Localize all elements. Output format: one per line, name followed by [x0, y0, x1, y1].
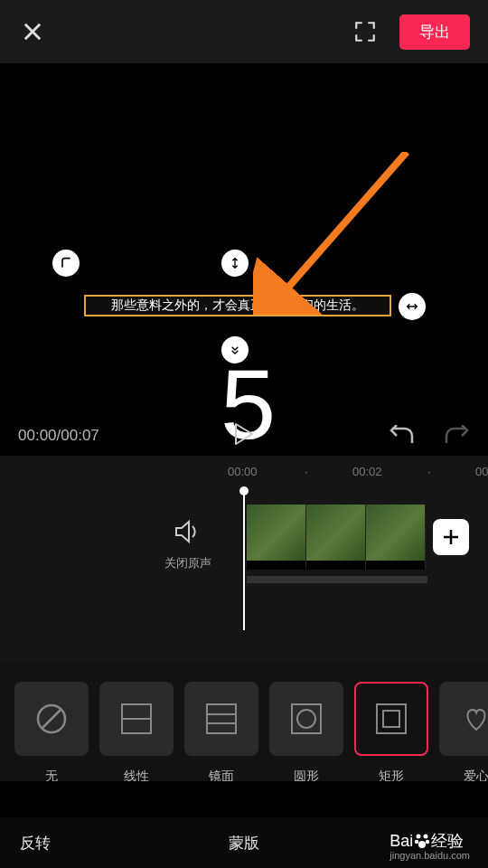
close-button[interactable] — [18, 17, 47, 46]
mask-label: 圆形 — [294, 769, 319, 781]
redo-button[interactable] — [443, 425, 470, 447]
playhead[interactable] — [243, 490, 245, 630]
mask-option-circle[interactable]: 圆形 — [269, 682, 343, 781]
close-icon — [20, 19, 45, 44]
play-button[interactable] — [234, 422, 254, 449]
mask-option-linear[interactable]: 线性 — [99, 682, 174, 781]
mask-label: 无 — [45, 769, 58, 781]
clip-thumbnail[interactable] — [306, 505, 366, 570]
clip-thumbnail[interactable] — [366, 505, 426, 570]
svg-point-9 — [297, 710, 315, 728]
svg-point-12 — [417, 835, 421, 839]
topbar-right: 导出 — [352, 14, 470, 50]
rect-icon — [371, 699, 411, 739]
mask-label: 线性 — [124, 769, 149, 781]
svg-rect-11 — [383, 711, 399, 727]
top-bar: 导出 — [0, 0, 488, 63]
paw-icon — [413, 832, 431, 850]
handle-vertical[interactable] — [221, 250, 249, 277]
subtitle-text: 那些意料之外的，才会真正改变我们的生活。 — [111, 297, 364, 314]
fullscreen-icon — [353, 20, 377, 43]
linear-icon — [117, 699, 156, 739]
fullscreen-button[interactable] — [352, 19, 378, 44]
svg-rect-5 — [207, 704, 236, 733]
heart-icon — [456, 699, 488, 739]
speaker-icon — [174, 519, 202, 544]
vertical-arrows-icon — [228, 256, 242, 270]
timeline[interactable]: 00:00 · 00:02 · 00 关闭原声 — [0, 456, 488, 664]
play-icon — [234, 422, 254, 446]
add-clip-button[interactable] — [433, 519, 469, 555]
handle-corner[interactable] — [52, 250, 80, 277]
svg-line-0 — [280, 152, 407, 297]
svg-point-16 — [418, 841, 426, 848]
mask-label: 爱心 — [464, 769, 488, 781]
time-ruler: 00:00 · 00:02 · 00 — [0, 456, 488, 486]
panel-title: 蒙版 — [229, 833, 259, 854]
bottom-bar: 反转 蒙版 Bai 经验 jingyan.baidu.com — [0, 817, 488, 868]
mask-label: 矩形 — [379, 769, 404, 781]
horizontal-arrows-icon — [405, 299, 419, 314]
svg-rect-10 — [377, 704, 406, 733]
undo-button[interactable] — [389, 425, 416, 447]
plus-icon — [441, 527, 461, 547]
svg-point-14 — [415, 840, 418, 844]
mute-label: 关闭原声 — [150, 555, 226, 571]
invert-button[interactable]: 反转 — [20, 833, 51, 854]
handle-horizontal[interactable] — [399, 293, 426, 320]
mask-label: 镜面 — [209, 769, 234, 781]
circle-icon — [286, 699, 326, 739]
corner-icon — [59, 256, 73, 270]
mask-option-rect[interactable]: 矩形 — [354, 682, 428, 781]
mask-option-none[interactable]: 无 — [14, 682, 89, 781]
mask-shape-options: 无 线性 镜面 圆形 矩形 爱心 — [0, 664, 488, 781]
svg-point-13 — [424, 835, 428, 839]
mute-audio-button[interactable]: 关闭原声 — [150, 519, 226, 571]
none-icon — [33, 701, 70, 737]
svg-rect-8 — [292, 704, 321, 733]
video-preview[interactable]: 那些意料之外的，才会真正改变我们的生活。 5 00:00/00:07 — [0, 63, 488, 456]
svg-line-2 — [42, 710, 61, 728]
secondary-track[interactable] — [247, 576, 427, 583]
undo-redo-group — [389, 425, 470, 447]
svg-point-15 — [426, 840, 429, 844]
time-display: 00:00/00:07 — [18, 427, 99, 445]
video-track[interactable] — [247, 505, 482, 570]
mask-option-heart[interactable]: 爱心 — [439, 682, 488, 781]
subtitle-box[interactable]: 那些意料之外的，才会真正改变我们的生活。 — [84, 295, 391, 316]
export-button[interactable]: 导出 — [399, 14, 470, 50]
mask-option-mirror[interactable]: 镜面 — [184, 682, 258, 781]
watermark: Bai 经验 jingyan.baidu.com — [389, 830, 470, 861]
playback-controls: 00:00/00:07 — [0, 416, 488, 456]
annotation-arrow — [253, 152, 416, 315]
mirror-icon — [202, 699, 241, 739]
clip-thumbnail[interactable] — [247, 505, 306, 570]
